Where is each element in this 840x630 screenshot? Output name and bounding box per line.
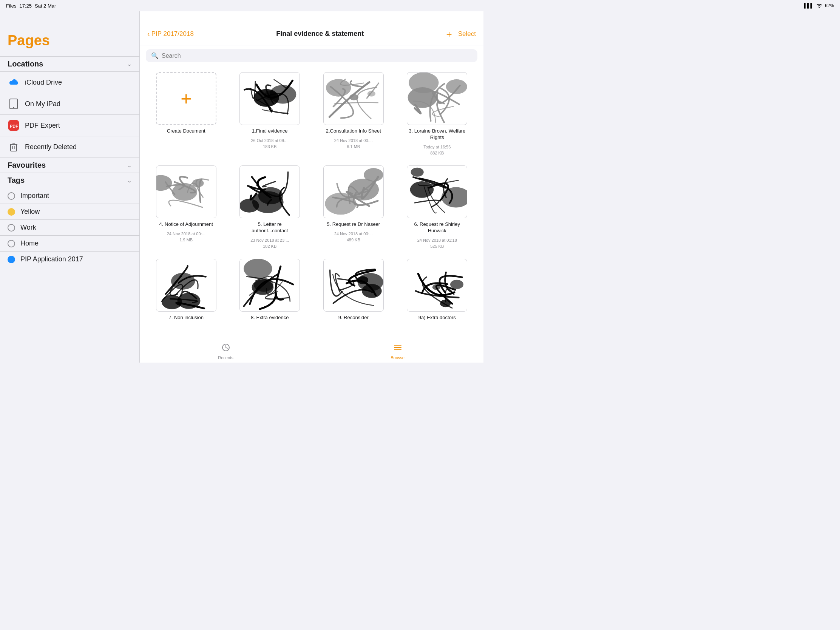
- add-button[interactable]: +: [447, 29, 452, 39]
- file-name-file4: 4. Notice of Adjournment: [159, 221, 213, 228]
- svg-point-19: [172, 183, 197, 201]
- file-thumb-file4: [156, 166, 216, 218]
- file-item-file9a[interactable]: 9. Reconsider: [315, 259, 392, 324]
- ipad-label: On My iPad: [25, 100, 60, 108]
- svg-rect-4: [11, 144, 17, 151]
- sidebar-item-icloud[interactable]: iCloud Drive: [0, 71, 139, 93]
- yellow-label: Yellow: [21, 208, 39, 216]
- file-item-file9b[interactable]: 9a) Extra doctors: [398, 259, 476, 324]
- favourites-section-header[interactable]: Favourites ⌄: [0, 158, 139, 173]
- file-item-file5b[interactable]: 5. Request re Dr Naseer 24 Nov 2018 at 0…: [315, 166, 392, 249]
- svg-point-14: [349, 94, 358, 101]
- browse-icon: [393, 343, 402, 354]
- tag-important[interactable]: Important: [0, 188, 139, 204]
- file-item-file4[interactable]: 4. Notice of Adjournment 24 Nov 2018 at …: [147, 166, 225, 249]
- tab-browse[interactable]: Browse: [312, 343, 483, 360]
- nav-bar: ‹ PIP 2017/2018 Final evidence & stateme…: [140, 23, 483, 45]
- file-item-create[interactable]: + Create Document: [147, 72, 225, 156]
- file-item-file7[interactable]: 7. Non inclusion: [147, 259, 225, 324]
- date-label: Sat 2 Mar: [35, 3, 56, 9]
- file-item-file8[interactable]: 8. Extra evidence: [231, 259, 309, 324]
- pip-dot: [8, 256, 15, 263]
- file-thumb-file8: [240, 259, 300, 312]
- create-plus-icon: +: [180, 89, 191, 108]
- file-name-file1: 1.Final evidence: [252, 128, 288, 134]
- home-dot: [8, 240, 15, 247]
- svg-point-41: [440, 300, 451, 307]
- svg-point-38: [357, 273, 383, 291]
- sidebar-item-ipad[interactable]: On My iPad: [0, 93, 139, 114]
- svg-point-30: [171, 273, 195, 289]
- tag-yellow[interactable]: Yellow: [0, 204, 139, 219]
- search-wrap[interactable]: 🔍: [146, 49, 477, 62]
- file-item-file1[interactable]: 1.Final evidence 26 Oct 2018 at 09:...18…: [231, 72, 309, 156]
- tag-work[interactable]: Work: [0, 219, 139, 235]
- svg-point-17: [446, 79, 467, 94]
- file-thumb-file7: [156, 259, 216, 312]
- locations-label: Locations: [8, 60, 43, 68]
- tag-home[interactable]: Home: [0, 235, 139, 251]
- ipad-icon: [8, 98, 20, 110]
- file-item-file3[interactable]: 3. Loraine Brown, Welfare Rights Today a…: [398, 72, 476, 156]
- file-grid: + Create Document 1.Final evidence 26 Oc…: [140, 66, 483, 340]
- file-thumb-file3: [407, 72, 467, 125]
- nav-title: Final evidence & statement: [194, 30, 447, 38]
- file-meta-file5a: 23 Nov 2018 at 23:...182 KB: [250, 237, 289, 249]
- file-item-file6[interactable]: 6. Request re Shirley Hunwick 24 Nov 201…: [398, 166, 476, 249]
- app-title: Pages: [0, 27, 139, 56]
- sidebar-item-pdf[interactable]: PDF PDF Expert: [0, 114, 139, 136]
- search-input[interactable]: [162, 52, 472, 59]
- important-dot: [8, 192, 15, 200]
- status-bar: Files 17:25 Sat 2 Mar ▌▌▌ 62%: [0, 0, 483, 11]
- create-thumb: +: [156, 72, 216, 125]
- time-label: 17:25: [19, 3, 32, 9]
- svg-point-25: [364, 168, 383, 182]
- back-button[interactable]: ‹ PIP 2017/2018: [147, 30, 194, 38]
- select-button[interactable]: Select: [458, 30, 476, 38]
- file-meta-file2: 24 Nov 2018 at 00:...6.1 MB: [334, 137, 373, 150]
- svg-point-27: [410, 181, 434, 198]
- file-item-file5a[interactable]: 5. Letter re authorit...contact 23 Nov 2…: [231, 166, 309, 249]
- svg-point-40: [433, 284, 441, 290]
- file-name-file7: 7. Non inclusion: [169, 315, 204, 321]
- file-thumb-file5a: [240, 166, 300, 218]
- file-item-file2[interactable]: 2.Consultation Info Sheet 24 Nov 2018 at…: [315, 72, 392, 156]
- tab-recents[interactable]: Recents: [140, 343, 312, 360]
- work-dot: [8, 224, 15, 232]
- file-thumb-file6: [407, 166, 467, 218]
- pdf-label: PDF Expert: [25, 122, 60, 129]
- file-name-file9b: 9a) Extra doctors: [418, 315, 456, 321]
- sidebar-item-trash[interactable]: Recently Deleted: [0, 136, 139, 158]
- files-label: Files: [6, 3, 16, 9]
- svg-point-12: [367, 91, 375, 97]
- file-name-file5a: 5. Letter re authorit...contact: [240, 221, 300, 234]
- svg-point-13: [326, 79, 351, 96]
- pip-label: PIP Application 2017: [21, 255, 83, 263]
- favourites-label: Favourites: [8, 161, 46, 170]
- file-name-file9a: 9. Reconsider: [338, 315, 369, 321]
- tags-chevron-icon: ⌄: [127, 177, 132, 184]
- svg-point-29: [442, 187, 467, 207]
- yellow-dot: [8, 208, 15, 216]
- file-meta-file4: 24 Nov 2018 at 00:...1.9 MB: [167, 231, 205, 243]
- back-chevron-icon: ‹: [147, 30, 150, 38]
- status-bar-left: Files 17:25 Sat 2 Mar: [6, 3, 56, 9]
- home-label: Home: [21, 240, 38, 247]
- tag-pip[interactable]: PIP Application 2017: [0, 251, 139, 267]
- svg-point-11: [270, 85, 297, 104]
- svg-point-32: [162, 295, 182, 309]
- recents-label: Recents: [218, 355, 233, 360]
- pdf-icon: PDF: [8, 119, 20, 131]
- search-bar: 🔍: [140, 45, 483, 66]
- file-name-file2: 2.Consultation Info Sheet: [326, 128, 381, 134]
- file-name-file3: 3. Loraine Brown, Welfare Rights: [407, 128, 467, 141]
- file-meta-file1: 26 Oct 2018 at 09:...183 KB: [251, 137, 289, 150]
- search-icon: 🔍: [151, 52, 159, 59]
- tags-section-header[interactable]: Tags ⌄: [0, 173, 139, 188]
- svg-point-35: [244, 259, 272, 279]
- svg-point-28: [411, 168, 424, 177]
- svg-point-23: [258, 187, 283, 204]
- file-thumb-file1: [240, 72, 300, 125]
- locations-section-header[interactable]: Locations ⌄: [0, 56, 139, 71]
- work-label: Work: [21, 224, 36, 232]
